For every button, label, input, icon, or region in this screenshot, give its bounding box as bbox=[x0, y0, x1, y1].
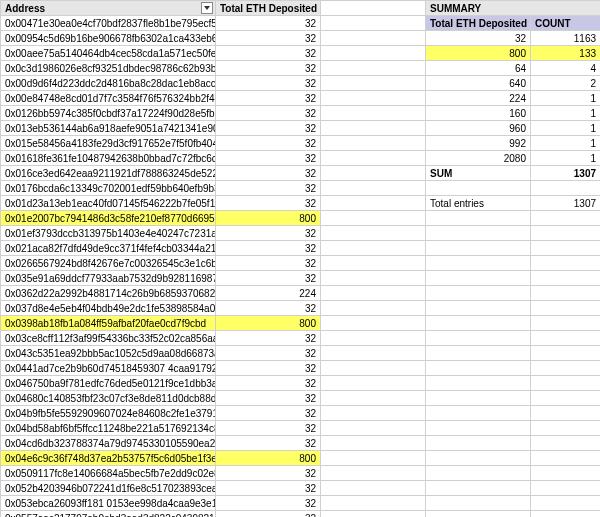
eth-cell[interactable]: 32 bbox=[216, 376, 321, 391]
table-row[interactable]: 0x03ce8cff112f3af99f54336bc33f52c02ca856… bbox=[1, 331, 321, 346]
address-cell[interactable]: 0x00471e30ea0e4cf70bdf2837fle8b1be795ecf… bbox=[1, 16, 216, 31]
summary-count-cell[interactable]: 1 bbox=[531, 106, 601, 121]
table-row[interactable]: 0x0266567924bd8f42676e7c00326545c3e1c6b3… bbox=[1, 256, 321, 271]
table-row[interactable]: 0x01ef3793dccb313975b1403e4e40247c7231a9… bbox=[1, 226, 321, 241]
address-cell[interactable]: 0x0266567924bd8f42676e7c00326545c3e1c6b3… bbox=[1, 256, 216, 271]
address-cell[interactable]: 0x0441ad7ce2b9b60d74518459307 4caa91792f… bbox=[1, 361, 216, 376]
table-row[interactable]: 0x01e2007bc7941486d3c58fe210ef8770d6695b… bbox=[1, 211, 321, 226]
eth-cell[interactable]: 32 bbox=[216, 76, 321, 91]
address-cell[interactable]: 0x046750ba9f781edfc76ded5e0121f9ce1dbb3a… bbox=[1, 376, 216, 391]
eth-cell[interactable]: 32 bbox=[216, 256, 321, 271]
address-cell[interactable]: 0x04bd58abf6bf5ffcc11248be221a517692134c… bbox=[1, 421, 216, 436]
summary-count-cell[interactable]: 1 bbox=[531, 121, 601, 136]
summary-row[interactable]: 6402 bbox=[321, 76, 601, 91]
address-cell[interactable]: 0x0398ab18fb1a084ff59afbaf20fae0cd7f9cbd bbox=[1, 316, 216, 331]
table-row[interactable]: 0x00aee75a5140464db4cec58cda1a571ec50fe9… bbox=[1, 46, 321, 61]
eth-cell[interactable]: 32 bbox=[216, 121, 321, 136]
eth-cell[interactable]: 32 bbox=[216, 271, 321, 286]
summary-row[interactable]: 800133 bbox=[321, 46, 601, 61]
eth-cell[interactable]: 32 bbox=[216, 481, 321, 496]
summary-count-cell[interactable]: 133 bbox=[531, 46, 601, 61]
summary-row[interactable]: 1601 bbox=[321, 106, 601, 121]
table-row[interactable]: 0x0557aac217797ab0ebd3aad3d822c043982165… bbox=[1, 511, 321, 518]
address-cell[interactable]: 0x0126bb5974c385f0cbdf37a17224f90d28e5fb… bbox=[1, 106, 216, 121]
eth-cell[interactable]: 32 bbox=[216, 361, 321, 376]
address-cell[interactable]: 0x04680c140853fbf23c07cf3e8de811d0dcb88d… bbox=[1, 391, 216, 406]
summary-eth-cell[interactable]: 32 bbox=[426, 31, 531, 46]
address-cell[interactable]: 0x01ef3793dccb313975b1403e4e40247c7231a9… bbox=[1, 226, 216, 241]
eth-cell[interactable]: 32 bbox=[216, 196, 321, 211]
address-cell[interactable]: 0x03ce8cff112f3af99f54336bc33f52c02ca856… bbox=[1, 331, 216, 346]
table-row[interactable]: 0x01d23a13eb1eac40fd07145f546222b7fe05f1… bbox=[1, 196, 321, 211]
summary-count-cell[interactable]: 1 bbox=[531, 136, 601, 151]
eth-cell[interactable]: 32 bbox=[216, 46, 321, 61]
address-cell[interactable]: 0x015e58456a4183fe29d3cf917652e7f5f0fb40… bbox=[1, 136, 216, 151]
address-cell[interactable]: 0x00aee75a5140464db4cec58cda1a571ec50fe9… bbox=[1, 46, 216, 61]
eth-cell[interactable]: 32 bbox=[216, 106, 321, 121]
table-row[interactable]: 0x00471e30ea0e4cf70bdf2837fle8b1be795ecf… bbox=[1, 16, 321, 31]
eth-cell[interactable]: 32 bbox=[216, 91, 321, 106]
summary-row[interactable]: 9921 bbox=[321, 136, 601, 151]
eth-cell[interactable]: 32 bbox=[216, 436, 321, 451]
summary-row[interactable]: 20801 bbox=[321, 151, 601, 166]
summary-eth-cell[interactable]: 2080 bbox=[426, 151, 531, 166]
address-cell[interactable]: 0x04cd6db323788374a79d9745330105590ea216… bbox=[1, 436, 216, 451]
table-row[interactable]: 0x035e91a69ddcf77933aab7532d9b9281169872… bbox=[1, 271, 321, 286]
address-cell[interactable]: 0x0c3d1986026e8cf93251dbdec98786c62b93b1… bbox=[1, 61, 216, 76]
table-row[interactable]: 0x04cd6db323788374a79d9745330105590ea216… bbox=[1, 436, 321, 451]
eth-cell[interactable]: 32 bbox=[216, 346, 321, 361]
eth-cell[interactable]: 32 bbox=[216, 151, 321, 166]
address-cell[interactable]: 0x01d23a13eb1eac40fd07145f546222b7fe05f1… bbox=[1, 196, 216, 211]
table-row[interactable]: 0x0509117fc8e14066684a5bec5fb7e2dd9c02e8… bbox=[1, 466, 321, 481]
address-cell[interactable]: 0x035e91a69ddcf77933aab7532d9b9281169872… bbox=[1, 271, 216, 286]
address-header[interactable]: Address bbox=[1, 1, 216, 16]
filter-button-address[interactable] bbox=[201, 2, 213, 14]
table-row[interactable]: 0x021aca82f7dfd49de9cc371f4fef4cb03344a2… bbox=[1, 241, 321, 256]
table-row[interactable]: 0x046750ba9f781edfc76ded5e0121f9ce1dbb3a… bbox=[1, 376, 321, 391]
table-row[interactable]: 0x013eb536144ab6a918aefe9051a7421341e90e… bbox=[1, 121, 321, 136]
eth-cell[interactable]: 32 bbox=[216, 136, 321, 151]
eth-cell[interactable]: 800 bbox=[216, 451, 321, 466]
address-cell[interactable]: 0x052b4203946b072241d1f6e8c517023893cea8… bbox=[1, 481, 216, 496]
eth-cell[interactable]: 32 bbox=[216, 31, 321, 46]
address-cell[interactable]: 0x00d9d6f4d223ddc2d4816ba8c28dac1eb8acc0… bbox=[1, 76, 216, 91]
table-row[interactable]: 0x0398ab18fb1a084ff59afbaf20fae0cd7f9cbd… bbox=[1, 316, 321, 331]
eth-cell[interactable]: 32 bbox=[216, 301, 321, 316]
table-row[interactable]: 0x052b4203946b072241d1f6e8c517023893cea8… bbox=[1, 481, 321, 496]
eth-cell[interactable]: 32 bbox=[216, 391, 321, 406]
table-row[interactable]: 0x00d9d6f4d223ddc2d4816ba8c28dac1eb8acc0… bbox=[1, 76, 321, 91]
eth-cell[interactable]: 32 bbox=[216, 166, 321, 181]
table-row[interactable]: 0x043c5351ea92bbb5ac1052c5d9aa08d66873a8… bbox=[1, 346, 321, 361]
table-row[interactable]: 0x016ce3ed642eaa9211921df788863245de522b… bbox=[1, 166, 321, 181]
eth-cell[interactable]: 800 bbox=[216, 211, 321, 226]
eth-cell[interactable]: 32 bbox=[216, 421, 321, 436]
table-row[interactable]: 0x0362d22a2992b4881714c26b9b685937068208… bbox=[1, 286, 321, 301]
table-row[interactable]: 0x0c3d1986026e8cf93251dbdec98786c62b93b1… bbox=[1, 61, 321, 76]
table-row[interactable]: 0x04bd58abf6bf5ffcc11248be221a517692134c… bbox=[1, 421, 321, 436]
table-row[interactable]: 0x015e58456a4183fe29d3cf917652e7f5f0fb40… bbox=[1, 136, 321, 151]
eth-cell[interactable]: 224 bbox=[216, 286, 321, 301]
address-cell[interactable]: 0x037d8e4e5eb4f04bdb49e2dc1fe53898584a00… bbox=[1, 301, 216, 316]
summary-eth-cell[interactable]: 224 bbox=[426, 91, 531, 106]
address-cell[interactable]: 0x043c5351ea92bbb5ac1052c5d9aa08d66873a8… bbox=[1, 346, 216, 361]
summary-row[interactable]: 321163 bbox=[321, 31, 601, 46]
summary-count-cell[interactable]: 1163 bbox=[531, 31, 601, 46]
summary-row[interactable]: 644 bbox=[321, 61, 601, 76]
address-cell[interactable]: 0x0362d22a2992b4881714c26b9b685937068208… bbox=[1, 286, 216, 301]
summary-count-cell[interactable]: 1 bbox=[531, 91, 601, 106]
eth-cell[interactable]: 32 bbox=[216, 241, 321, 256]
table-row[interactable]: 0x053ebca26093ff181 0153ee998da4caa9e3e1… bbox=[1, 496, 321, 511]
address-cell[interactable]: 0x0557aac217797ab0ebd3aad3d822c043982165… bbox=[1, 511, 216, 518]
summary-eth-cell[interactable]: 640 bbox=[426, 76, 531, 91]
summary-row[interactable]: 9601 bbox=[321, 121, 601, 136]
eth-cell[interactable]: 32 bbox=[216, 181, 321, 196]
table-row[interactable]: 0x04e6c9c36f748d37ea2b53757f5c6d05be1f3e… bbox=[1, 451, 321, 466]
summary-count-cell[interactable]: 1 bbox=[531, 151, 601, 166]
eth-cell[interactable]: 800 bbox=[216, 316, 321, 331]
eth-cell[interactable]: 32 bbox=[216, 496, 321, 511]
summary-eth-cell[interactable]: 992 bbox=[426, 136, 531, 151]
eth-cell[interactable]: 32 bbox=[216, 226, 321, 241]
eth-cell[interactable]: 32 bbox=[216, 406, 321, 421]
summary-eth-cell[interactable]: 960 bbox=[426, 121, 531, 136]
table-row[interactable]: 0x01618fe361fe10487942638b0bbad7c72fbc6c… bbox=[1, 151, 321, 166]
